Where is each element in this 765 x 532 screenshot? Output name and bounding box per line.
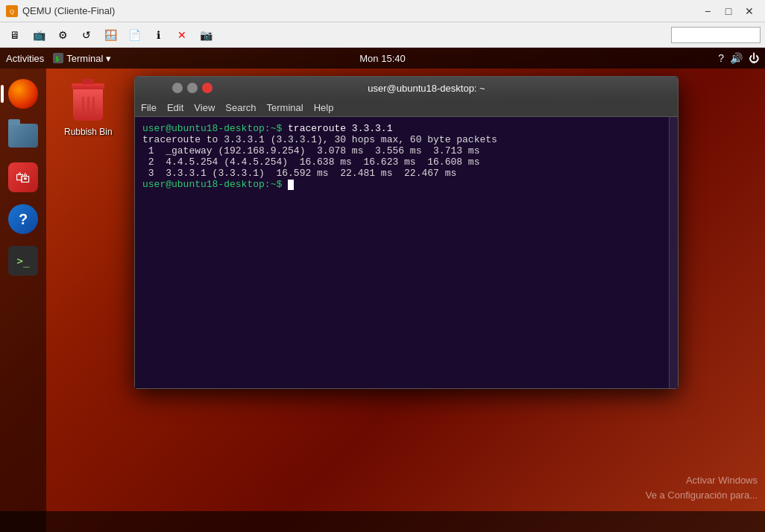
minimize-button[interactable]: − (698, 4, 717, 19)
terminal-menu-button[interactable]: $ Terminal ▾ (53, 53, 111, 64)
terminal-menu-label: Terminal (66, 53, 103, 64)
maximize-button[interactable]: □ (719, 4, 738, 19)
qemu-toolbar: 🖥 📺 ⚙ ↺ 🪟 📄 ℹ ✕ 📷 (0, 22, 765, 48)
toolbar-display-icon[interactable]: 📺 (28, 25, 49, 45)
terminal-output-3: 2 4.4.5.254 (4.4.5.254) 16.638 ms 16.623… (142, 156, 479, 168)
trash-body (73, 89, 103, 121)
trash-line-2 (87, 97, 89, 116)
toolbar-monitor-icon[interactable]: 🖥 (4, 25, 25, 45)
terminal-window: user@ubuntu18-desktop: ~ File Edit View … (134, 76, 679, 389)
activate-windows-watermark: Activar Windows Ve a Configuración para.… (646, 473, 758, 502)
ubuntu-desktop: Activities $ Terminal ▾ Mon 15:40 ? 🔊 ⏻ … (0, 48, 765, 532)
toolbar-refresh-icon[interactable]: ↺ (76, 25, 97, 45)
svg-text:Q: Q (10, 8, 14, 15)
svg-text:$: $ (55, 55, 59, 63)
qemu-title-left: Q QEMU (Cliente-Final) (6, 5, 115, 17)
toolbar-file-icon[interactable]: 📄 (124, 25, 145, 45)
terminal-content[interactable]: user@ubuntu18-desktop:~$ traceroute 3.3.… (135, 117, 669, 388)
terminal-menu-icon: $ (53, 53, 63, 63)
files-icon (8, 124, 38, 148)
qemu-window-controls: − □ ✕ (698, 4, 759, 19)
terminal-window-buttons (172, 83, 212, 93)
menu-edit[interactable]: Edit (167, 102, 183, 113)
trash-can-graphic (70, 83, 106, 122)
terminal-dock-icon: >_ (8, 246, 38, 276)
help-icon: ? (8, 204, 38, 234)
activities-button[interactable]: Activities (6, 53, 44, 64)
terminal-prompt-1: user@ubuntu18-desktop:~$ (142, 123, 282, 134)
toolbar-stop-icon[interactable]: ✕ (171, 25, 192, 45)
menu-view[interactable]: View (194, 102, 215, 113)
ubuntu-taskbar (0, 511, 765, 532)
terminal-scrollbar[interactable] (669, 117, 678, 388)
toolbar-settings-icon[interactable]: ⚙ (52, 25, 73, 45)
watermark-line2: Ve a Configuración para... (646, 488, 758, 503)
menu-terminal[interactable]: Terminal (267, 102, 303, 113)
rubbish-bin-label: Rubbish Bin (64, 127, 113, 137)
menu-file[interactable]: File (141, 102, 157, 113)
trash-line-1 (82, 97, 84, 116)
topbar-time: Mon 15:40 (359, 53, 405, 64)
ubuntu-topbar: Activities $ Terminal ▾ Mon 15:40 ? 🔊 ⏻ (0, 48, 765, 69)
terminal-title: user@ubuntu18-desktop: ~ (212, 83, 640, 94)
toolbar-windows-icon[interactable]: 🪟 (100, 25, 121, 45)
terminal-line-5: 3 3.3.3.1 (3.3.3.1) 16.592 ms 22.481 ms … (142, 168, 661, 179)
qemu-app-icon: Q (6, 5, 18, 17)
terminal-cmd-cursor (282, 179, 288, 190)
terminal-output-1: traceroute to 3.3.3.1 (3.3.3.1), 30 hops… (142, 134, 497, 145)
accessibility-icon[interactable]: ? (718, 52, 724, 64)
dock-item-software[interactable]: 🛍 (5, 159, 41, 195)
terminal-maximize-button[interactable] (187, 83, 198, 93)
terminal-line-3: 1 _gateway (192.168.9.254) 3.078 ms 3.55… (142, 145, 661, 156)
terminal-menu-bar: File Edit View Search Terminal Help (135, 99, 678, 117)
dock-item-help[interactable]: ? (5, 201, 41, 237)
close-button[interactable]: ✕ (740, 4, 759, 19)
terminal-cmd-1: traceroute 3.3.3.1 (282, 123, 392, 134)
trash-line-3 (92, 97, 95, 116)
software-icon: 🛍 (8, 162, 38, 192)
qemu-window-title: QEMU (Cliente-Final) (22, 5, 115, 16)
toolbar-info-icon[interactable]: ℹ (148, 25, 169, 45)
toolbar-screenshot-icon[interactable]: 📷 (195, 25, 216, 45)
topbar-left: Activities $ Terminal ▾ (6, 53, 111, 64)
menu-search[interactable]: Search (225, 102, 256, 113)
dock-item-files[interactable] (5, 118, 41, 153)
terminal-body: user@ubuntu18-desktop:~$ traceroute 3.3.… (135, 117, 678, 388)
terminal-close-button[interactable] (202, 83, 212, 93)
power-icon[interactable]: ⏻ (749, 52, 759, 64)
topbar-right: ? 🔊 ⏻ (718, 52, 759, 64)
dock-item-terminal[interactable]: >_ (5, 243, 41, 279)
terminal-titlebar: user@ubuntu18-desktop: ~ (135, 77, 678, 99)
terminal-line-6: user@ubuntu18-desktop:~$ (142, 179, 661, 190)
terminal-line-2: traceroute to 3.3.3.1 (3.3.3.1), 30 hops… (142, 134, 661, 145)
rubbish-bin-icon[interactable]: Rubbish Bin (60, 79, 117, 142)
sound-icon[interactable]: 🔊 (730, 52, 743, 64)
trash-lid (72, 83, 104, 89)
firefox-icon (8, 79, 38, 109)
terminal-line-1: user@ubuntu18-desktop:~$ traceroute 3.3.… (142, 123, 661, 134)
terminal-minimize-button[interactable] (172, 83, 183, 93)
terminal-menu-arrow: ▾ (106, 53, 111, 64)
terminal-prompt-2: user@ubuntu18-desktop:~$ (142, 179, 282, 190)
terminal-line-4: 2 4.4.5.254 (4.4.5.254) 16.638 ms 16.623… (142, 156, 661, 168)
dock-item-firefox[interactable] (5, 76, 41, 112)
terminal-output-4: 3 3.3.3.1 (3.3.3.1) 16.592 ms 22.481 ms … (142, 168, 456, 179)
terminal-cursor (288, 180, 294, 190)
terminal-output-2: 1 _gateway (192.168.9.254) 3.078 ms 3.55… (142, 145, 479, 156)
ubuntu-dock: 🛍 ? >_ (0, 69, 46, 532)
qemu-titlebar: Q QEMU (Cliente-Final) − □ ✕ (0, 0, 765, 22)
watermark-line1: Activar Windows (646, 473, 758, 488)
qemu-search-input[interactable] (671, 27, 761, 43)
menu-help[interactable]: Help (314, 102, 334, 113)
